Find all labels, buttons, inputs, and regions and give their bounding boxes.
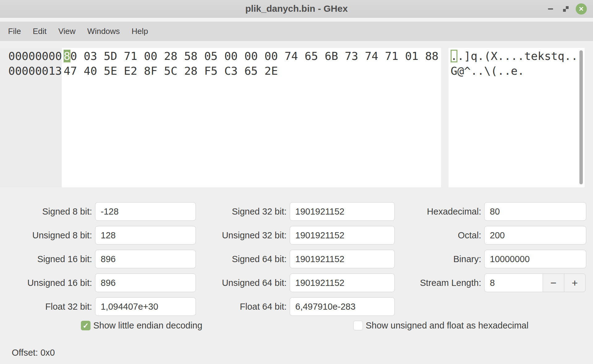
field-label: Float 32 bit: bbox=[12, 297, 92, 316]
decoder-column-2: Signed 32 bit: Unsigned 32 bit: Signed 6… bbox=[204, 202, 395, 321]
hexadecimal-input[interactable] bbox=[484, 202, 586, 221]
hex-display-checkbox-row: Show unsigned and float as hexadecimal bbox=[353, 320, 528, 331]
ghex-window: plik_danych.bin - GHex ✕ File Edit View … bbox=[0, 0, 593, 364]
field-signed-8-bit: Signed 8 bit: bbox=[12, 202, 196, 221]
stream-length-increment-button[interactable]: + bbox=[564, 274, 586, 292]
signed-16-bit-input[interactable] bbox=[95, 250, 196, 268]
field-label: Signed 32 bit: bbox=[204, 202, 287, 221]
unsigned-32-bit-input[interactable] bbox=[290, 226, 395, 245]
binary-input[interactable] bbox=[484, 250, 586, 268]
ascii-cursor: . bbox=[451, 50, 457, 62]
minus-icon: − bbox=[550, 277, 557, 289]
unsigned-8-bit-input[interactable] bbox=[95, 226, 196, 245]
hex-column: 80 03 5D 71 00 28 58 05 00 00 00 74 65 6… bbox=[64, 49, 439, 78]
field-signed-32-bit: Signed 32 bit: bbox=[204, 202, 395, 221]
checkmark-icon: ✓ bbox=[82, 322, 89, 329]
menu-edit[interactable]: Edit bbox=[27, 22, 53, 41]
ascii-column: ..]q.(X....tekstq..G@^..\(..e. bbox=[451, 49, 578, 78]
octal-input[interactable] bbox=[484, 226, 586, 245]
ascii-row: G@^..\(..e. bbox=[451, 64, 578, 78]
menu-file[interactable]: File bbox=[2, 22, 27, 41]
signed-64-bit-input[interactable] bbox=[290, 250, 395, 268]
close-button[interactable]: ✕ bbox=[576, 3, 587, 15]
hex-row: 47 40 5E E2 8F 5C 28 F5 C3 65 2E bbox=[64, 64, 439, 78]
field-binary: Binary: bbox=[402, 250, 586, 268]
field-stream-length: Stream Length: − + bbox=[402, 274, 586, 292]
field-float-64-bit: Float 64 bit: bbox=[204, 297, 395, 316]
field-label: Stream Length: bbox=[402, 274, 481, 292]
field-unsigned-64-bit: Unsigned 64 bit: bbox=[204, 274, 395, 292]
signed-32-bit-input[interactable] bbox=[290, 202, 395, 221]
field-label: Unsigned 32 bit: bbox=[204, 226, 287, 245]
field-signed-64-bit: Signed 64 bit: bbox=[204, 250, 395, 268]
field-unsigned-32-bit: Unsigned 32 bit: bbox=[204, 226, 395, 245]
minimize-icon bbox=[548, 8, 553, 10]
hex-display-checkbox[interactable] bbox=[353, 321, 363, 330]
minimize-button[interactable] bbox=[545, 3, 556, 15]
vertical-scrollbar[interactable] bbox=[579, 50, 583, 184]
window-title: plik_danych.bin - GHex bbox=[245, 3, 348, 14]
offset-row: 00000013 bbox=[8, 64, 62, 78]
offset-column: 0000000000000013 bbox=[8, 49, 62, 78]
field-label: Signed 16 bit: bbox=[12, 250, 92, 268]
hex-display-label: Show unsigned and float as hexadecimal bbox=[366, 320, 528, 331]
plus-icon: + bbox=[572, 277, 578, 289]
field-label: Binary: bbox=[402, 250, 481, 268]
menu-help[interactable]: Help bbox=[126, 22, 154, 41]
window-controls: ✕ bbox=[545, 0, 587, 18]
float-64-bit-input[interactable] bbox=[290, 297, 395, 316]
menu-windows[interactable]: Windows bbox=[82, 22, 126, 41]
hex-cursor: 8 bbox=[64, 50, 70, 62]
decoder-column-1: Signed 8 bit: Unsigned 8 bit: Signed 16 … bbox=[12, 202, 196, 321]
menu-view[interactable]: View bbox=[53, 22, 82, 41]
unsigned-16-bit-input[interactable] bbox=[95, 274, 196, 292]
signed-8-bit-input[interactable] bbox=[95, 202, 196, 221]
field-float-32-bit: Float 32 bit: bbox=[12, 297, 196, 316]
field-label: Signed 8 bit: bbox=[12, 202, 92, 221]
ascii-row: ..]q.(X....tekstq.. bbox=[451, 49, 578, 64]
close-icon: ✕ bbox=[579, 6, 584, 12]
field-label: Signed 64 bit: bbox=[204, 250, 287, 268]
offset-row: 00000000 bbox=[8, 49, 62, 64]
stream-length-decrement-button[interactable]: − bbox=[543, 274, 564, 292]
little-endian-label: Show little endian decoding bbox=[93, 320, 202, 331]
stream-length-input[interactable] bbox=[484, 274, 543, 292]
unsigned-64-bit-input[interactable] bbox=[290, 274, 395, 292]
field-label: Octal: bbox=[402, 226, 481, 245]
titlebar: plik_danych.bin - GHex ✕ bbox=[0, 0, 593, 18]
field-unsigned-8-bit: Unsigned 8 bit: bbox=[12, 226, 196, 245]
restore-button[interactable] bbox=[560, 3, 571, 15]
field-label: Unsigned 8 bit: bbox=[12, 226, 92, 245]
hex-row: 80 03 5D 71 00 28 58 05 00 00 00 74 65 6… bbox=[64, 49, 439, 64]
field-label: Hexadecimal: bbox=[402, 202, 481, 221]
field-signed-16-bit: Signed 16 bit: bbox=[12, 250, 196, 268]
little-endian-checkbox[interactable]: ✓ bbox=[81, 321, 90, 330]
field-unsigned-16-bit: Unsigned 16 bit: bbox=[12, 274, 196, 292]
field-octal: Octal: bbox=[402, 226, 586, 245]
offset-status: Offset: 0x0 bbox=[12, 346, 55, 359]
little-endian-checkbox-row: ✓ Show little endian decoding bbox=[81, 320, 202, 331]
menubar: File Edit View Windows Help bbox=[0, 18, 593, 41]
restore-icon bbox=[562, 6, 569, 12]
ascii-chars: .]q.(X....tekstq.. bbox=[457, 50, 578, 62]
field-hexadecimal: Hexadecimal: bbox=[402, 202, 586, 221]
field-label: Unsigned 64 bit: bbox=[204, 274, 287, 292]
decoder-column-3: Hexadecimal: Octal: Binary: Stream Lengt… bbox=[402, 202, 586, 297]
hex-bytes: 0 03 5D 71 00 28 58 05 00 00 00 74 65 6B… bbox=[70, 50, 439, 62]
field-label: Float 64 bit: bbox=[204, 297, 287, 316]
float-32-bit-input[interactable] bbox=[95, 297, 196, 316]
field-label: Unsigned 16 bit: bbox=[12, 274, 92, 292]
